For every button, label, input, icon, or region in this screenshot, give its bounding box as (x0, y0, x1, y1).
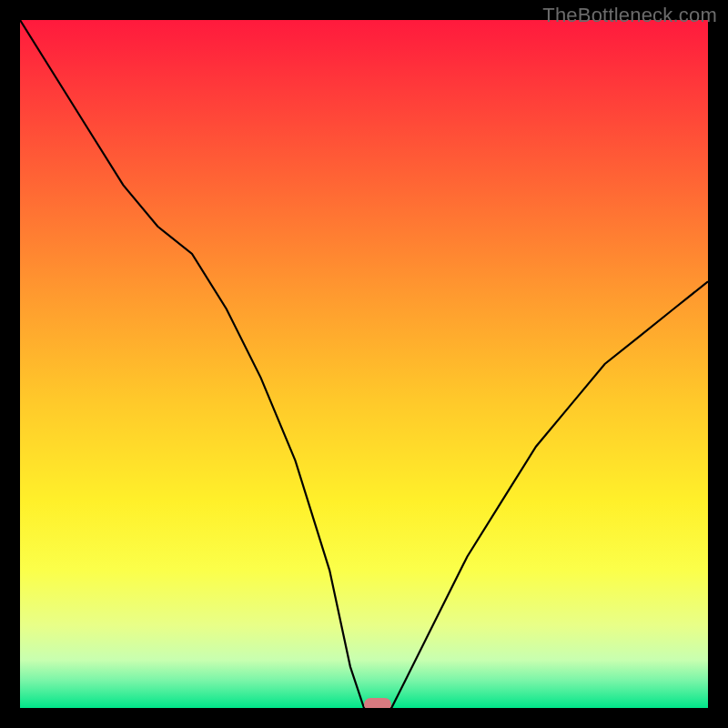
watermark-text: TheBottleneck.com (542, 4, 717, 27)
bottleneck-curve (20, 20, 708, 708)
minimum-marker (364, 698, 391, 708)
chart-plot-area (20, 20, 708, 708)
